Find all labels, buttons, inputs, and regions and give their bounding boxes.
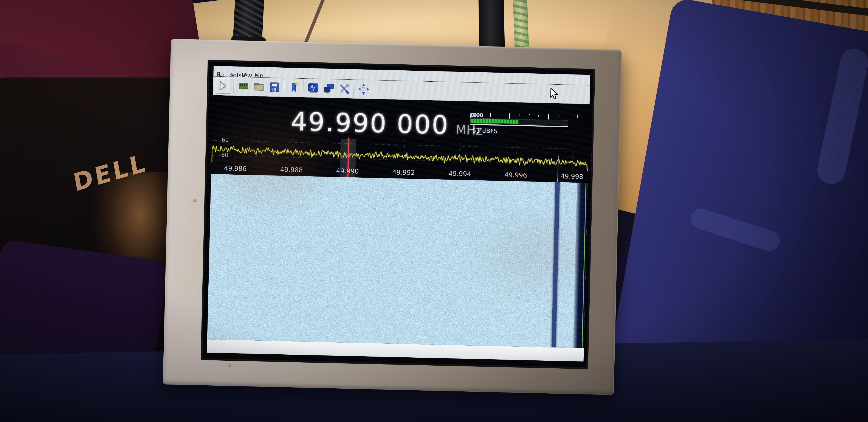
photo-of-sdr-device: DELL File Tools View Help bbox=[0, 0, 868, 422]
meter-reading: -51 dBFS bbox=[470, 127, 568, 136]
freq-tick: 49.994 bbox=[444, 170, 475, 178]
freq-tick: 49.990 bbox=[332, 167, 363, 175]
play-icon bbox=[216, 79, 229, 93]
waterfall-display[interactable] bbox=[207, 174, 588, 348]
tools-icon[interactable] bbox=[338, 83, 350, 95]
frequency-value[interactable]: 49.990 000 bbox=[290, 107, 450, 140]
toolbar-separator bbox=[233, 79, 235, 94]
toolbar-separator bbox=[283, 80, 285, 95]
toolbar-separator bbox=[353, 82, 354, 97]
sdr-touchscreen-device: File Tools View Help bbox=[163, 39, 622, 395]
lcd-screen: File Tools View Help bbox=[202, 61, 594, 368]
freq-tick: 49.996 bbox=[500, 171, 531, 179]
meter-green-fill bbox=[470, 119, 518, 124]
freq-tick: 49.992 bbox=[389, 169, 419, 177]
waterfall-noise bbox=[207, 174, 588, 348]
fullscreen-arrows-icon[interactable] bbox=[357, 83, 370, 96]
start-dsp-button[interactable] bbox=[215, 78, 230, 94]
frequency-display[interactable]: 49.990 000 MHz bbox=[290, 107, 483, 141]
toolbar-separator bbox=[373, 82, 374, 97]
open-folder-icon[interactable] bbox=[252, 81, 265, 93]
freq-tick: 49.986 bbox=[220, 164, 251, 173]
bezel-screw bbox=[228, 363, 231, 367]
signal-strength-meter: -100 -80 -60 -40 -20 0 -51 dBFS bbox=[470, 112, 568, 136]
remote-control-icon[interactable] bbox=[322, 82, 335, 95]
bezel-screw bbox=[193, 199, 196, 202]
freq-tick: 49.988 bbox=[276, 165, 307, 174]
freq-tick: 49.998 bbox=[557, 172, 587, 180]
toolbar-separator bbox=[303, 80, 304, 95]
bookmark-icon[interactable] bbox=[287, 81, 300, 94]
io-devices-icon[interactable] bbox=[237, 80, 250, 93]
dsp-settings-icon[interactable] bbox=[307, 82, 319, 94]
save-floppy-icon[interactable] bbox=[268, 81, 281, 93]
mouse-cursor bbox=[550, 88, 559, 100]
